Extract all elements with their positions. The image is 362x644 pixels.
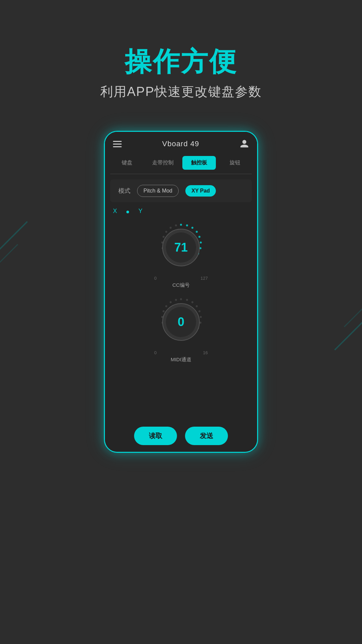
xy-pad-button[interactable]: XY Pad — [185, 185, 216, 197]
deco-line-4 — [344, 288, 362, 327]
svg-point-26 — [196, 305, 198, 307]
svg-point-2 — [191, 227, 193, 229]
svg-point-3 — [196, 231, 198, 233]
midi-channel-knob-container: 0 0 16 MIDI通道 — [105, 292, 257, 366]
y-label: Y — [138, 208, 142, 215]
main-title: 操作方便 — [0, 47, 362, 76]
mode-section: 模式 Pitch & Mod XY Pad — [110, 179, 252, 202]
deco-line-3 — [334, 302, 362, 351]
svg-point-24 — [186, 299, 188, 301]
cc-number-value: 71 — [174, 240, 188, 255]
cc-number-label: CC编号 — [172, 282, 190, 288]
x-dot — [126, 211, 129, 213]
send-button[interactable]: 发送 — [185, 427, 228, 445]
svg-point-42 — [170, 301, 172, 303]
tab-divider — [110, 174, 252, 174]
read-button[interactable]: 读取 — [134, 427, 177, 445]
bottom-buttons: 读取 发送 — [105, 420, 257, 452]
svg-point-23 — [180, 298, 182, 300]
tab-transport[interactable]: 走带控制 — [146, 156, 180, 170]
midi-max: 16 — [203, 350, 208, 355]
midi-channel-value: 0 — [178, 315, 184, 329]
tab-keyboard[interactable]: 键盘 — [110, 156, 144, 170]
svg-point-28 — [200, 316, 202, 318]
cc-number-knob-container: 71 0 127 CC编号 — [105, 217, 257, 292]
svg-point-19 — [170, 227, 172, 229]
hamburger-menu[interactable] — [113, 141, 122, 147]
x-label: X — [113, 208, 117, 215]
svg-point-40 — [163, 310, 165, 312]
tab-knob[interactable]: 旋钮 — [219, 156, 252, 170]
midi-channel-knob[interactable]: 0 — [154, 295, 208, 349]
tab-touchpad[interactable]: 触控板 — [182, 156, 216, 170]
phone-mockup: Vboard 49 键盘 走带控制 触控板 旋钮 模式 Pitch & Mod … — [104, 131, 258, 453]
tab-bar: 键盘 走带控制 触控板 旋钮 — [105, 156, 257, 170]
phone-header: Vboard 49 — [105, 132, 257, 156]
cc-number-knob[interactable]: 71 — [154, 221, 208, 274]
svg-point-25 — [191, 301, 193, 303]
svg-point-27 — [198, 310, 200, 312]
svg-point-0 — [180, 224, 182, 226]
svg-point-20 — [175, 224, 177, 226]
phone-content: Vboard 49 键盘 走带控制 触控板 旋钮 模式 Pitch & Mod … — [105, 132, 257, 452]
cc-min: 0 — [154, 276, 157, 281]
midi-min: 0 — [154, 350, 157, 355]
svg-point-4 — [198, 236, 200, 238]
app-title: Vboard 49 — [162, 140, 199, 148]
midi-channel-range: 0 16 — [154, 350, 208, 355]
xy-section: X Y — [105, 202, 257, 217]
deco-line-2 — [0, 244, 18, 282]
deco-line-1 — [0, 221, 28, 269]
svg-point-1 — [186, 224, 188, 226]
midi-channel-label: MIDI通道 — [171, 357, 191, 363]
cc-number-range: 0 127 — [154, 276, 208, 281]
sub-title: 利用APP快速更改键盘参数 — [0, 83, 362, 100]
svg-point-5 — [200, 241, 202, 244]
svg-point-41 — [165, 305, 167, 307]
svg-point-17 — [163, 236, 165, 238]
mode-label: 模式 — [118, 187, 130, 195]
cc-max: 127 — [200, 276, 208, 281]
pitch-mod-button[interactable]: Pitch & Mod — [137, 185, 179, 197]
profile-icon[interactable] — [240, 139, 249, 149]
header-area: 操作方便 利用APP快速更改键盘参数 — [0, 47, 362, 100]
svg-point-43 — [175, 299, 177, 301]
svg-point-18 — [165, 231, 167, 233]
